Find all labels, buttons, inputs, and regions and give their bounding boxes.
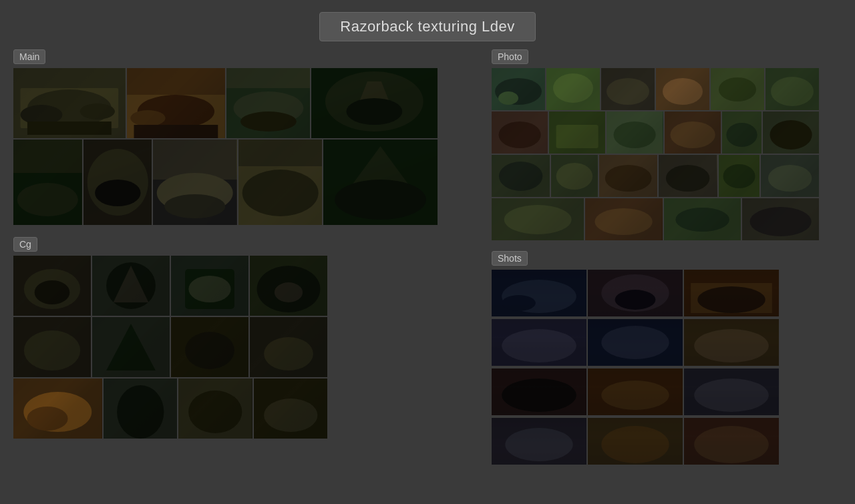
cg-image-4[interactable] [250,256,327,316]
shot-image-1[interactable] [492,270,586,316]
shot-image-6[interactable] [684,319,779,366]
shot-image-5[interactable] [588,319,683,366]
shot-image-8[interactable] [588,368,683,415]
svg-rect-49 [13,317,91,377]
shot-image-10[interactable] [492,418,586,465]
main-image-4[interactable] [311,68,438,138]
cg-image-5[interactable] [13,317,91,377]
svg-rect-55 [250,317,327,377]
svg-rect-69 [546,68,600,110]
svg-point-98 [666,165,709,192]
cg-image-9[interactable] [13,379,102,439]
svg-point-80 [499,121,541,148]
photo-grid [492,68,819,240]
svg-point-72 [607,78,649,105]
photo-image-6[interactable] [765,68,819,110]
svg-point-29 [164,194,225,218]
main-image-2[interactable] [127,68,225,138]
photo-image-18[interactable] [761,155,819,197]
photo-image-9[interactable] [607,111,663,154]
svg-point-63 [188,391,242,433]
svg-rect-99 [719,155,759,197]
cg-image-6[interactable] [92,317,170,377]
photo-image-2[interactable] [546,68,600,110]
svg-point-8 [137,95,214,128]
shot-image-11[interactable] [588,418,683,465]
main-row-2 [13,140,438,225]
photo-image-14[interactable] [551,155,598,197]
cg-image-8[interactable] [250,317,327,377]
photo-image-10[interactable] [665,111,721,154]
photo-image-7[interactable] [492,111,548,154]
main-image-3[interactable] [226,68,311,138]
svg-point-110 [749,207,811,236]
svg-point-28 [157,173,233,213]
svg-rect-79 [492,111,548,154]
svg-point-74 [663,78,703,105]
photo-image-5[interactable] [711,68,764,110]
photo-image-1[interactable] [492,68,545,110]
main-image-1[interactable] [13,68,126,138]
main-image-6[interactable] [83,140,152,225]
svg-rect-0 [13,68,126,138]
svg-rect-62 [178,379,252,439]
photo-image-8[interactable] [549,111,605,154]
photo-section: Photo [492,49,842,240]
svg-rect-73 [656,68,709,110]
svg-point-88 [726,123,757,147]
svg-point-106 [595,208,653,235]
svg-rect-1 [20,88,118,128]
photo-image-21[interactable] [664,198,741,240]
photo-image-16[interactable] [659,155,717,197]
svg-rect-20 [13,140,82,225]
photo-image-19[interactable] [492,198,584,240]
shot-image-7[interactable] [492,368,586,415]
svg-marker-52 [106,324,156,370]
svg-rect-83 [607,111,663,154]
main-image-9[interactable] [323,140,438,225]
svg-point-19 [347,98,403,125]
cg-image-12[interactable] [254,379,327,439]
photo-image-22[interactable] [742,198,819,240]
shot-image-12[interactable] [684,418,779,465]
main-section-label: Main [13,49,45,64]
cg-image-11[interactable] [178,379,252,439]
svg-point-41 [106,262,156,309]
svg-point-112 [502,280,576,313]
svg-rect-124 [684,319,779,366]
main-section: Main [13,49,481,226]
photo-image-13[interactable] [492,155,550,197]
shot-image-3[interactable] [684,270,779,316]
svg-point-104 [504,205,572,234]
cg-image-1[interactable] [13,256,91,316]
svg-rect-89 [763,111,819,154]
cg-image-10[interactable] [104,379,177,439]
svg-rect-81 [549,111,605,154]
shot-image-4[interactable] [492,319,586,366]
photo-image-20[interactable] [585,198,662,240]
svg-point-48 [275,282,303,302]
photo-image-3[interactable] [601,68,655,110]
cg-image-2[interactable] [92,256,170,316]
main-image-7[interactable] [153,140,236,225]
photo-image-4[interactable] [656,68,709,110]
main-image-5[interactable] [13,140,82,225]
shot-image-2[interactable] [588,270,683,316]
svg-point-58 [23,392,92,432]
svg-rect-87 [722,111,761,154]
cg-image-7[interactable] [171,317,248,377]
photo-image-15[interactable] [599,155,657,197]
cg-image-3[interactable] [171,256,248,316]
svg-rect-64 [254,379,327,439]
photo-image-17[interactable] [719,155,759,197]
svg-point-115 [601,274,669,312]
main-image-8[interactable] [238,140,322,225]
shot-image-9[interactable] [684,368,779,415]
svg-rect-77 [765,68,819,110]
svg-point-90 [770,120,812,150]
photo-image-11[interactable] [722,111,761,154]
svg-rect-93 [551,155,598,197]
photo-image-12[interactable] [763,111,819,154]
svg-point-86 [670,121,715,148]
svg-point-123 [601,326,669,359]
